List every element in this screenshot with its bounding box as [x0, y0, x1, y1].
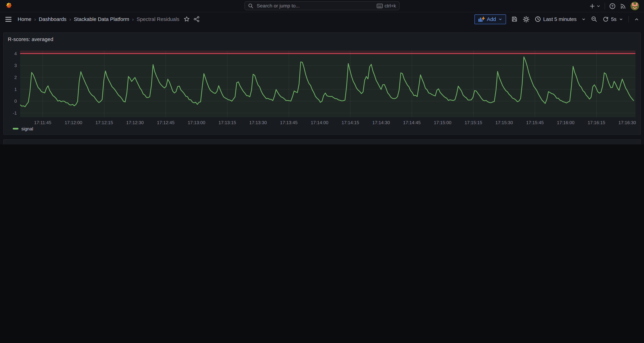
time-range-picker[interactable]: Last 5 minutes — [534, 16, 586, 22]
svg-text:17:12:45: 17:12:45 — [157, 120, 174, 125]
panel-title[interactable]: R-scores — [8, 143, 636, 144]
add-plus-button[interactable] — [589, 3, 600, 9]
svg-text:4: 4 — [14, 51, 17, 56]
breadcrumb-folder[interactable]: Stackable Data Platform — [74, 16, 129, 22]
svg-text:17:13:15: 17:13:15 — [218, 120, 236, 125]
breadcrumb-dashboards[interactable]: Dashboards — [39, 16, 66, 22]
legend-item-signal[interactable]: signal — [13, 126, 33, 131]
breadcrumb-separator: › — [69, 16, 71, 22]
dashboard-quick-actions — [184, 16, 200, 22]
divider — [604, 3, 605, 9]
svg-text:17:13:30: 17:13:30 — [249, 120, 267, 125]
svg-text:17:12:00: 17:12:00 — [65, 120, 82, 125]
refresh-controls: 5s — [602, 16, 623, 22]
grafana-logo-icon[interactable] — [5, 2, 13, 10]
share-button[interactable] — [194, 16, 200, 22]
add-panel-icon — [478, 16, 485, 22]
keyboard-shortcut-hint: ctrl+k — [377, 3, 396, 8]
divider — [628, 16, 629, 22]
clock-icon — [534, 16, 541, 22]
chevron-down-icon — [596, 4, 600, 8]
add-panel-button[interactable]: Add — [474, 14, 506, 24]
chevron-down-icon — [498, 17, 502, 21]
grafana-app: ctrl+k ? Home › Dash — [0, 0, 644, 144]
legend-swatch — [13, 128, 18, 129]
global-search-bar[interactable]: ctrl+k — [244, 1, 400, 10]
svg-text:17:14:30: 17:14:30 — [372, 120, 390, 125]
news-rss-button[interactable] — [620, 3, 626, 9]
svg-text:3: 3 — [14, 63, 17, 68]
panel-rscores: R-scores 12.5107.552.50-2.517:11:4517:12… — [3, 139, 641, 144]
hamburger-menu-icon[interactable] — [5, 16, 12, 22]
svg-text:17:15:30: 17:15:30 — [496, 120, 513, 125]
svg-text:17:14:15: 17:14:15 — [342, 120, 359, 125]
svg-text:1: 1 — [14, 87, 17, 92]
save-dashboard-button[interactable] — [511, 16, 518, 22]
svg-text:17:14:45: 17:14:45 — [403, 120, 421, 125]
dashboard-grid: R-scores: averaged 43210-117:11:4517:12:… — [0, 26, 644, 144]
breadcrumb-home[interactable]: Home — [18, 16, 31, 22]
averaged-timeseries-chart[interactable]: 43210-117:11:4517:12:0017:12:1517:12:301… — [8, 43, 637, 125]
chevron-down-icon — [582, 17, 586, 21]
svg-text:17:14:00: 17:14:00 — [311, 120, 328, 125]
zoom-out-button[interactable] — [591, 16, 597, 22]
legend-label: signal — [21, 126, 33, 131]
svg-text:17:15:15: 17:15:15 — [464, 120, 482, 125]
svg-text:17:15:45: 17:15:45 — [526, 120, 544, 125]
svg-text:17:15:00: 17:15:00 — [434, 120, 452, 125]
svg-text:17:16:30: 17:16:30 — [618, 120, 636, 125]
breadcrumb: Home › Dashboards › Stackable Data Platf… — [18, 16, 180, 22]
refresh-interval-label[interactable]: 5s — [611, 16, 616, 22]
search-icon — [248, 3, 254, 9]
collapse-toolbar-button[interactable] — [634, 17, 639, 22]
svg-text:17:16:00: 17:16:00 — [557, 120, 574, 125]
breadcrumb-current-dashboard: Spectral Residuals — [137, 16, 180, 22]
svg-text:17:12:15: 17:12:15 — [96, 120, 113, 125]
favorite-star-button[interactable] — [184, 16, 190, 22]
svg-text:17:16:15: 17:16:15 — [588, 120, 605, 125]
dashboard-settings-button[interactable] — [523, 16, 529, 22]
svg-text:2: 2 — [14, 75, 17, 80]
keyboard-icon — [377, 4, 383, 8]
svg-text:17:13:45: 17:13:45 — [280, 120, 298, 125]
chart-legend: signal — [8, 126, 636, 131]
search-input[interactable] — [256, 3, 377, 9]
svg-text:-1: -1 — [13, 111, 17, 116]
panel-rscores-averaged: R-scores: averaged 43210-117:11:4517:12:… — [3, 33, 641, 135]
svg-text:17:11:45: 17:11:45 — [34, 120, 51, 125]
breadcrumb-separator: › — [34, 16, 36, 22]
toolbar-right-controls: Add Last 5 minutes 5s — [474, 14, 639, 24]
top-nav-bar: ctrl+k ? — [0, 0, 644, 12]
chevron-down-icon — [619, 17, 623, 21]
breadcrumb-separator: › — [132, 16, 134, 22]
svg-text:0: 0 — [14, 99, 17, 104]
dashboard-toolbar: Home › Dashboards › Stackable Data Platf… — [0, 12, 644, 26]
refresh-button[interactable] — [602, 16, 609, 22]
topbar-actions: ? — [589, 2, 644, 10]
help-button[interactable]: ? — [609, 3, 616, 9]
svg-text:17:13:00: 17:13:00 — [188, 120, 205, 125]
time-range-label: Last 5 minutes — [543, 16, 576, 22]
panel-title[interactable]: R-scores: averaged — [8, 36, 636, 43]
svg-text:?: ? — [611, 4, 614, 8]
user-avatar[interactable] — [630, 2, 639, 10]
svg-text:17:12:30: 17:12:30 — [126, 120, 144, 125]
